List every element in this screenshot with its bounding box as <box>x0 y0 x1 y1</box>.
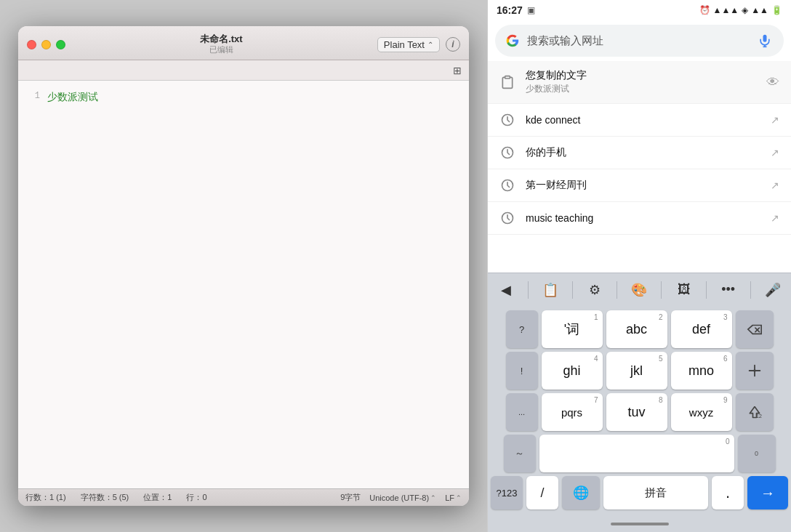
format-selector[interactable]: Plain Text ⌃ <box>377 37 440 52</box>
rows-info: 行数：1 (1) <box>25 492 66 503</box>
format-label: Plain Text <box>384 39 425 50</box>
statusbar-right: 9字节 Unicode (UTF-8) ⌃ LF ⌃ <box>340 492 462 503</box>
settings-toolbar-button[interactable]: ⚙ <box>580 277 609 303</box>
clipboard-hide-icon[interactable]: 👁 <box>766 75 779 90</box>
key-9-wxyz[interactable]: 9 wxyz <box>671 393 732 431</box>
suggestion-clipboard[interactable]: 您复制的文字 少数派测试 👁 <box>488 61 791 104</box>
encoding-selector[interactable]: Unicode (UTF-8) ⌃ <box>369 493 436 502</box>
back-toolbar-button[interactable]: ◀ <box>491 277 521 303</box>
suggestion-phone[interactable]: 你的手机 ↗ <box>488 137 791 169</box>
key-tilde[interactable]: ～ <box>504 435 536 472</box>
traffic-lights <box>27 40 65 49</box>
pos-info: 位置：1 <box>143 492 172 503</box>
edited-label: 已编辑 <box>209 45 233 55</box>
mac-desktop: 未命名.txt 已编辑 Plain Text ⌃ i ⊞ 1 少数派测试 <box>0 0 487 532</box>
android-time: 16:27 <box>497 4 523 16</box>
key-0-space[interactable]: 0 <box>539 435 734 472</box>
minimize-button[interactable] <box>41 40 51 49</box>
suggestion-kde[interactable]: kde connect ↗ <box>488 104 791 137</box>
history-icon-phone <box>499 145 515 161</box>
android-status-icons: ⏰ ▲▲▲ ◈ ▲▲ 🔋 <box>699 5 782 15</box>
signal2-icon: ▲▲ <box>751 5 768 15</box>
key-2-abc[interactable]: 2 abc <box>606 310 667 348</box>
suggestion-caijing[interactable]: 第一财经周刊 ↗ <box>488 169 791 202</box>
kb-row-2: ! 4 ghi 5 jkl 6 mno <box>491 352 788 390</box>
suggestion-music[interactable]: music teaching ↗ <box>488 202 791 235</box>
kb-row-1: ? 1 '词 2 abc 3 def <box>491 310 788 348</box>
format-icon[interactable]: ⊞ <box>453 65 462 76</box>
key-1-ci[interactable]: 1 '词 <box>542 310 603 348</box>
suggestion-main-caijing: 第一财经周刊 <box>526 179 760 192</box>
editor-area[interactable]: 1 少数派测试 <box>18 81 469 488</box>
mic-button[interactable] <box>756 32 774 49</box>
key-7-pqrs[interactable]: 7 pqrs <box>542 393 603 431</box>
line-number: 1 <box>18 89 47 103</box>
key-6-label: mno <box>688 363 714 379</box>
key-4-label: ghi <box>563 363 580 379</box>
key-exclaim[interactable]: ! <box>506 352 538 390</box>
eol-selector[interactable]: LF ⌃ <box>445 493 462 502</box>
suggestions-list: 您复制的文字 少数派测试 👁 kde connect ↗ <box>488 61 791 273</box>
key-8-tuv[interactable]: 8 tuv <box>606 393 667 431</box>
maximize-button[interactable] <box>56 40 65 49</box>
arrow-icon-phone: ↗ <box>771 147 779 158</box>
chevron-icon: ⌃ <box>427 41 433 49</box>
key-2-number: 2 <box>659 313 663 321</box>
key-5-jkl[interactable]: 5 jkl <box>606 352 667 390</box>
suggestion-main-phone: 你的手机 <box>526 146 760 159</box>
key-3-label: def <box>692 322 710 337</box>
key-row4-right[interactable]: 0 <box>738 435 776 472</box>
key-question[interactable]: ? <box>506 310 538 348</box>
search-input[interactable]: 搜索或输入网址 <box>527 34 749 48</box>
info-button[interactable]: i <box>446 37 460 52</box>
key-3-def[interactable]: 3 def <box>671 310 732 348</box>
statusbar: 行数：1 (1) 字符数：5 (5) 位置：1 行：0 9字节 Unicode … <box>18 488 469 506</box>
key-9-number: 9 <box>723 396 728 404</box>
key-backspace[interactable] <box>736 310 774 348</box>
key-6-mno[interactable]: 6 mno <box>671 352 732 390</box>
key-pinyin[interactable]: 拼音 <box>603 476 708 509</box>
more-toolbar-button[interactable]: ••• <box>714 277 743 303</box>
mic-toolbar-button[interactable]: 🎤 <box>758 277 787 303</box>
key-7-number: 7 <box>594 396 598 404</box>
close-button[interactable] <box>27 40 36 49</box>
svg-rect-0 <box>763 35 767 42</box>
info-icon: i <box>451 39 454 49</box>
suggestion-main-clipboard: 您复制的文字 <box>526 69 756 82</box>
eol-label: LF <box>445 493 454 502</box>
browser-searchbar[interactable]: 搜索或输入网址 <box>495 25 784 57</box>
titlebar-center: 未命名.txt 已编辑 <box>65 33 377 55</box>
chars-info: 字符数：5 (5) <box>81 492 129 503</box>
toolbar-divider-5 <box>706 281 707 299</box>
key-5-number: 5 <box>659 355 663 363</box>
signal1-icon: ▲▲▲ <box>713 5 739 15</box>
theme-toolbar-button[interactable]: 🎨 <box>625 277 654 303</box>
key-1-number: 1 <box>594 313 598 321</box>
key-num-switch[interactable]: ?123 <box>491 476 523 509</box>
wifi-icon: ◈ <box>742 5 748 15</box>
key-0-number: 0 <box>726 438 730 446</box>
key-dpad[interactable] <box>736 352 774 390</box>
key-dot[interactable]: . <box>712 476 744 509</box>
toolbar-divider-1 <box>528 281 529 299</box>
key-slash[interactable]: / <box>526 476 558 509</box>
encoding-label: Unicode (UTF-8) <box>369 493 429 502</box>
key-ellipsis[interactable]: ... <box>506 393 538 431</box>
titlebar-right: Plain Text ⌃ i <box>377 37 460 52</box>
history-icon-kde <box>499 112 515 128</box>
toolbar-divider-6 <box>750 281 751 299</box>
key-shift[interactable]: 123 <box>736 393 774 431</box>
line-content[interactable]: 少数派测试 <box>47 89 98 105</box>
toolbar-divider-2 <box>572 281 573 299</box>
key-0-label <box>629 443 645 464</box>
key-enter[interactable]: → <box>747 476 788 509</box>
arrow-icon-kde: ↗ <box>771 114 779 126</box>
picture-toolbar-button[interactable]: 🖼 <box>670 277 699 303</box>
dpad-icon <box>747 363 763 379</box>
encoding-chevron-icon: ⌃ <box>430 494 436 501</box>
key-globe[interactable]: 🌐 <box>562 476 600 509</box>
key-4-ghi[interactable]: 4 ghi <box>542 352 603 390</box>
mic-icon <box>758 33 772 48</box>
key-1-label: '词 <box>564 321 579 338</box>
clipboard-toolbar-button[interactable]: 📋 <box>536 277 565 303</box>
